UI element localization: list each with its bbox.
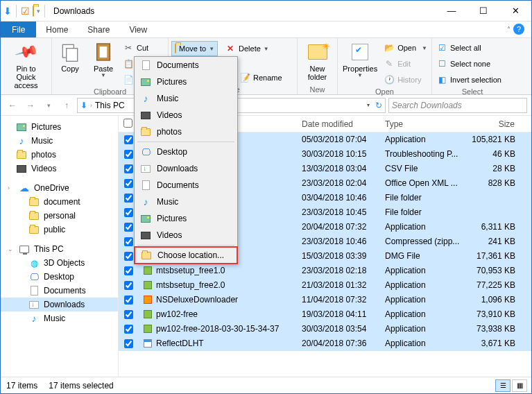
row-checkbox[interactable] <box>124 266 133 275</box>
table-row[interactable]: pw102-free-2018-03-30-15-34-3730/03/2018… <box>119 322 531 336</box>
qat-newfolder-icon[interactable] <box>33 6 34 16</box>
dropdown-item[interactable]: Videos <box>135 107 237 123</box>
minimize-button[interactable]: — <box>436 1 467 22</box>
address-dropdown-icon[interactable]: ▾ <box>367 102 370 108</box>
icons-view-button[interactable]: ▦ <box>512 379 527 392</box>
row-checkbox[interactable] <box>124 150 133 159</box>
properties-button[interactable]: Properties ▼ <box>341 40 379 80</box>
select-none-button[interactable]: ☐Select none <box>435 57 503 71</box>
dropdown-item[interactable]: Documents <box>135 177 237 194</box>
dropdown-item[interactable]: photos <box>135 123 237 140</box>
dropdown-item[interactable]: ♪Music <box>135 90 237 107</box>
table-row[interactable]: mtsbsetup_free2.021/03/2018 01:32Applica… <box>119 278 531 293</box>
file-size: 73,938 KB <box>464 324 520 334</box>
row-checkbox[interactable] <box>124 208 133 217</box>
choose-location-item[interactable]: Choose location... <box>134 246 238 264</box>
row-checkbox[interactable] <box>124 179 133 188</box>
close-button[interactable]: ✕ <box>499 1 531 22</box>
nav-pictures[interactable]: Pictures <box>1 120 118 134</box>
file-type: Application <box>381 135 464 144</box>
nav-onedrive[interactable]: ›☁OneDrive <box>1 181 118 195</box>
cut-button[interactable]: ✂Cut <box>121 41 154 55</box>
nav-music2[interactable]: ♪Music <box>1 311 118 325</box>
copy-path-icon: 📋 <box>123 58 134 69</box>
view-tab[interactable]: View <box>119 22 157 37</box>
file-type: Compressed (zipp... <box>381 237 464 246</box>
file-date: 23/03/2018 10:46 <box>298 237 381 246</box>
qat-properties-icon[interactable]: ☑ <box>21 6 30 17</box>
invert-selection-icon: ◧ <box>436 74 447 85</box>
nav-videos[interactable]: Videos <box>1 162 118 175</box>
table-row[interactable]: mtsbsetup_free1.023/03/2018 02:18Applica… <box>119 264 531 278</box>
nav-this-pc[interactable]: ⌄This PC <box>1 242 118 256</box>
row-checkbox[interactable] <box>124 296 133 305</box>
details-view-button[interactable]: ☰ <box>495 379 510 392</box>
file-date: 30/03/2018 03:54 <box>298 324 381 334</box>
rename-button[interactable]: 📝 Rename <box>238 71 284 85</box>
qat-dropdown-icon[interactable]: ▾ <box>37 8 40 15</box>
main-area: Pictures ♪Music photos Videos ›☁OneDrive… <box>1 116 531 379</box>
nav-desktop[interactable]: 🖵Desktop <box>1 270 118 284</box>
file-tab[interactable]: File <box>1 22 36 37</box>
dropdown-item[interactable]: Pictures <box>135 74 237 90</box>
home-tab[interactable]: Home <box>36 22 78 37</box>
delete-button[interactable]: ✕ Delete ▼ <box>223 42 271 55</box>
header-size[interactable]: Size <box>464 119 520 129</box>
dropdown-item[interactable]: Documents <box>135 57 237 74</box>
row-checkbox[interactable] <box>124 194 133 203</box>
dropdown-item[interactable]: Videos <box>135 227 237 243</box>
new-folder-button[interactable]: New folder <box>300 40 334 83</box>
copy-button[interactable]: Copy <box>55 40 85 74</box>
nav-downloads[interactable]: Downloads <box>1 298 118 311</box>
open-button[interactable]: 📂Open▼ <box>382 41 429 55</box>
row-checkbox[interactable] <box>124 281 133 290</box>
dropdown-item[interactable]: ♪Music <box>135 194 237 210</box>
table-row[interactable]: ReflectDLHT20/04/2018 07:36Application3,… <box>119 336 531 351</box>
dropdown-item[interactable]: Pictures <box>135 210 237 227</box>
up-button[interactable]: ↑ <box>59 98 74 113</box>
row-checkbox[interactable] <box>124 135 133 144</box>
row-checkbox[interactable] <box>124 252 133 261</box>
refresh-button[interactable]: ↻ <box>375 101 382 110</box>
table-row[interactable]: pw102-free19/03/2018 04:11Application73,… <box>119 307 531 322</box>
history-button[interactable]: 🕐History <box>382 73 429 87</box>
breadcrumb-this-pc[interactable]: This PC <box>95 101 125 110</box>
file-type: Application <box>381 266 464 275</box>
move-to-button[interactable]: Move to ▼ <box>171 41 218 56</box>
row-checkbox[interactable] <box>124 237 133 246</box>
nav-document[interactable]: document <box>1 195 118 209</box>
collapse-ribbon-button[interactable]: ˄ <box>507 26 510 33</box>
nav-3d-objects[interactable]: ◍3D Objects <box>1 256 118 270</box>
help-button[interactable]: ? <box>513 24 524 35</box>
dropdown-item[interactable]: Downloads <box>135 160 237 177</box>
select-all-button[interactable]: ☑Select all <box>435 41 503 55</box>
navigation-pane[interactable]: Pictures ♪Music photos Videos ›☁OneDrive… <box>1 116 119 379</box>
header-type[interactable]: Type <box>381 119 464 129</box>
dropdown-item[interactable]: 🖵Desktop <box>135 144 237 160</box>
pin-quick-access-button[interactable]: 📌 Pin to Quick access <box>3 40 49 91</box>
nav-music[interactable]: ♪Music <box>1 134 118 148</box>
row-checkbox[interactable] <box>124 339 133 348</box>
status-item-count: 17 items <box>6 381 37 391</box>
table-row[interactable]: NSDeluxeDownloader11/04/2018 07:32Applic… <box>119 293 531 307</box>
edit-button[interactable]: ✎Edit <box>382 57 429 71</box>
file-type: Application <box>381 222 464 232</box>
row-checkbox[interactable] <box>124 223 133 232</box>
nav-public[interactable]: public <box>1 223 118 237</box>
row-checkbox[interactable] <box>124 325 133 334</box>
search-input[interactable]: Search Downloads <box>388 98 527 113</box>
nav-personal[interactable]: personal <box>1 209 118 223</box>
invert-selection-button[interactable]: ◧Invert selection <box>435 73 503 87</box>
file-date: 05/03/2018 07:04 <box>298 135 381 144</box>
maximize-button[interactable]: ☐ <box>467 1 499 22</box>
row-checkbox[interactable] <box>124 310 133 319</box>
row-checkbox[interactable] <box>124 164 133 173</box>
video-icon <box>140 230 151 241</box>
nav-photos[interactable]: photos <box>1 148 118 162</box>
nav-documents[interactable]: Documents <box>1 284 118 298</box>
paste-button[interactable]: Paste ▼ <box>88 40 119 80</box>
down-arrow-icon[interactable]: ⬇ <box>3 6 12 17</box>
header-date[interactable]: Date modified <box>298 119 381 129</box>
file-name: pw102-free <box>156 309 198 319</box>
share-tab[interactable]: Share <box>78 22 119 37</box>
